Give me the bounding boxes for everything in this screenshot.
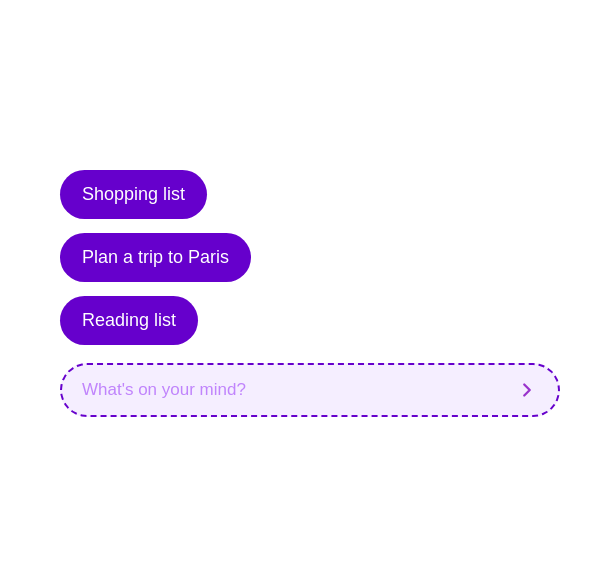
suggestion-chip-paris[interactable]: Plan a trip to Paris (60, 233, 251, 282)
main-container: Shopping list Plan a trip to Paris Readi… (40, 150, 580, 437)
suggestion-chip-shopping[interactable]: Shopping list (60, 170, 207, 219)
chip-label-shopping: Shopping list (82, 184, 185, 205)
chip-label-paris: Plan a trip to Paris (82, 247, 229, 268)
mind-input[interactable] (82, 380, 506, 400)
input-wrapper (60, 363, 560, 417)
send-button[interactable] (516, 379, 538, 401)
suggestion-chip-reading[interactable]: Reading list (60, 296, 198, 345)
chip-label-reading: Reading list (82, 310, 176, 331)
send-icon (516, 379, 538, 401)
